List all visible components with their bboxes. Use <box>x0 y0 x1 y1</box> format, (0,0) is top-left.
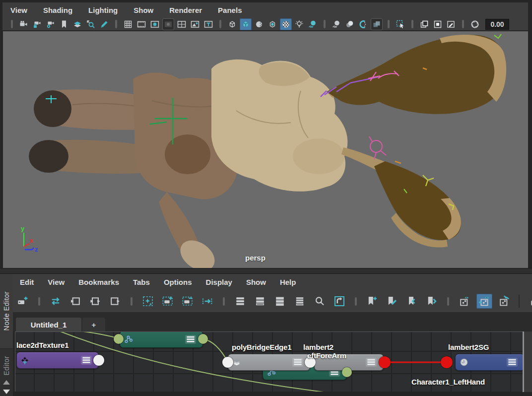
auto-layout-button[interactable] <box>140 294 156 309</box>
field-chart-button[interactable] <box>176 18 188 30</box>
display-mode-chip-icon[interactable] <box>80 355 92 365</box>
annotate-button[interactable] <box>445 18 457 30</box>
node-editor-menu-options[interactable]: Options <box>157 274 199 290</box>
transparency-button[interactable] <box>371 18 383 30</box>
node-editor-menu-help[interactable]: Help <box>273 274 303 290</box>
node-editor-menu-view[interactable]: View <box>41 274 71 290</box>
shadows-button[interactable] <box>307 18 319 30</box>
pan-zoom-button[interactable] <box>85 18 97 30</box>
graph-tab--[interactable]: + <box>82 318 105 331</box>
joint-upstream-input-port[interactable] <box>114 334 124 344</box>
show-connected-attrs-button[interactable] <box>476 294 492 309</box>
object-selection-button[interactable] <box>395 18 406 30</box>
film-gate-button[interactable] <box>135 18 147 30</box>
node-graph[interactable]: lace2dTexture1polyBridgeEdge1lambert2eft… <box>15 331 523 392</box>
viewport-menu-lighting[interactable]: Lighting <box>80 3 126 18</box>
display-full-button[interactable] <box>272 294 288 309</box>
image-plane-button[interactable] <box>71 18 83 30</box>
gate-mask-button[interactable] <box>162 18 174 30</box>
leftforearm-output-port[interactable] <box>342 367 352 377</box>
bookmark-previous-button[interactable] <box>404 294 420 309</box>
hud-button[interactable] <box>202 18 214 30</box>
panel-splitter[interactable] <box>0 268 532 274</box>
viewport-menu-renderer[interactable]: Renderer <box>161 3 210 18</box>
use-texture-button[interactable] <box>280 18 292 30</box>
node-editor-menu-tabs[interactable]: Tabs <box>126 274 157 290</box>
bookmark-add-button[interactable] <box>364 294 380 309</box>
bookmark-edit-button[interactable] <box>384 294 400 309</box>
input-connections-button[interactable] <box>67 294 83 309</box>
sync-connections-button[interactable] <box>48 294 64 309</box>
show-attrs-hover-button[interactable] <box>457 294 472 309</box>
node-place2dTexture1[interactable] <box>16 352 99 369</box>
search-button[interactable] <box>312 294 328 309</box>
display-connected-button[interactable] <box>252 294 268 309</box>
viewport-menubar: ViewShadingLightingShowRendererPanels <box>2 2 528 18</box>
node-editor-menu-bookmarks[interactable]: Bookmarks <box>71 274 126 290</box>
joint-upstream-output-port[interactable] <box>198 334 208 344</box>
lights-button[interactable] <box>293 18 305 30</box>
camera-attributes-button[interactable] <box>45 18 57 30</box>
grease-pencil-button[interactable] <box>98 18 110 30</box>
wireframe-on-shaded-icon <box>267 19 277 29</box>
grid-button[interactable] <box>122 18 134 30</box>
viewport-menu-show[interactable]: Show <box>126 3 161 18</box>
resolution-gate-button[interactable] <box>149 18 161 30</box>
panel-tab-editor[interactable]: Editor <box>0 349 13 383</box>
node-lambert2SG[interactable] <box>455 354 523 371</box>
display-custom-icon <box>294 295 306 307</box>
motion-blur-button[interactable] <box>344 18 356 30</box>
camera-button[interactable] <box>18 18 30 30</box>
graph-vertical-scrollbar[interactable] <box>523 331 532 392</box>
display-mode-chip-icon[interactable] <box>506 357 518 367</box>
smooth-shade-icon <box>241 19 251 29</box>
scroll-up-icon[interactable] <box>3 380 10 385</box>
create-node-button[interactable] <box>15 294 31 309</box>
display-simple-button[interactable] <box>232 294 248 309</box>
viewport-menu-shading[interactable]: Shading <box>35 3 80 18</box>
exposure-button[interactable] <box>469 18 481 30</box>
output-connections-button[interactable] <box>107 294 123 309</box>
display-mode-chip-icon[interactable] <box>292 357 304 367</box>
display-mode-chip-icon[interactable] <box>185 334 197 344</box>
ambient-occlusion-button[interactable] <box>357 18 369 30</box>
polyBridgeEdge1-input-port[interactable] <box>222 357 233 368</box>
graph-tab-untitled-1[interactable]: Untitled_1 <box>16 318 81 331</box>
remove-selected-button[interactable] <box>180 294 196 309</box>
occlusion-button[interactable] <box>331 18 342 30</box>
node-joint-upstream[interactable] <box>120 331 203 348</box>
frame-selection-button[interactable] <box>332 294 347 309</box>
lock-unlocked-button[interactable] <box>526 294 532 309</box>
exposure-value-field[interactable]: 0.00 <box>485 19 509 30</box>
isolate-select-button[interactable] <box>418 18 430 30</box>
lambert2SG-input-port[interactable] <box>441 356 453 368</box>
place2dTexture1-output-port[interactable] <box>93 355 104 366</box>
viewport-menu-panels[interactable]: Panels <box>210 3 250 18</box>
node-label: eftForeArm <box>307 351 346 360</box>
bookmark-next-button[interactable] <box>424 294 440 309</box>
graph-selected-button[interactable] <box>200 294 215 309</box>
hide-attrs-button[interactable] <box>496 294 512 309</box>
character-model[interactable] <box>29 35 506 268</box>
scroll-down-icon[interactable] <box>3 390 10 394</box>
isolate-view-button[interactable] <box>432 18 444 30</box>
display-mode-chip-icon[interactable] <box>365 357 377 367</box>
lambert2-output-port[interactable] <box>379 356 391 368</box>
wireframe-on-shaded-button[interactable] <box>266 18 278 30</box>
node-polyBridgeEdge1[interactable] <box>228 354 310 371</box>
viewport-menu-view[interactable]: View <box>2 3 35 18</box>
node-editor-menu-display[interactable]: Display <box>199 274 239 290</box>
wireframe-button[interactable] <box>226 18 238 30</box>
camera-lock-button[interactable] <box>31 18 43 30</box>
shade-textured-button[interactable] <box>253 18 265 30</box>
image-plane-toggle-button[interactable] <box>189 18 201 30</box>
add-selected-button[interactable] <box>160 294 176 309</box>
bookmark-button[interactable] <box>58 18 70 30</box>
display-custom-button[interactable] <box>292 294 308 309</box>
input-output-connections-button[interactable] <box>87 294 103 309</box>
panel-tab-node-editor[interactable]: Node Editor <box>0 274 13 349</box>
viewport[interactable]: persp y x z <box>3 31 528 268</box>
node-editor-menu-show[interactable]: Show <box>239 274 273 290</box>
node-editor-menu-edit[interactable]: Edit <box>13 274 41 290</box>
smooth-shade-button[interactable] <box>240 18 252 30</box>
